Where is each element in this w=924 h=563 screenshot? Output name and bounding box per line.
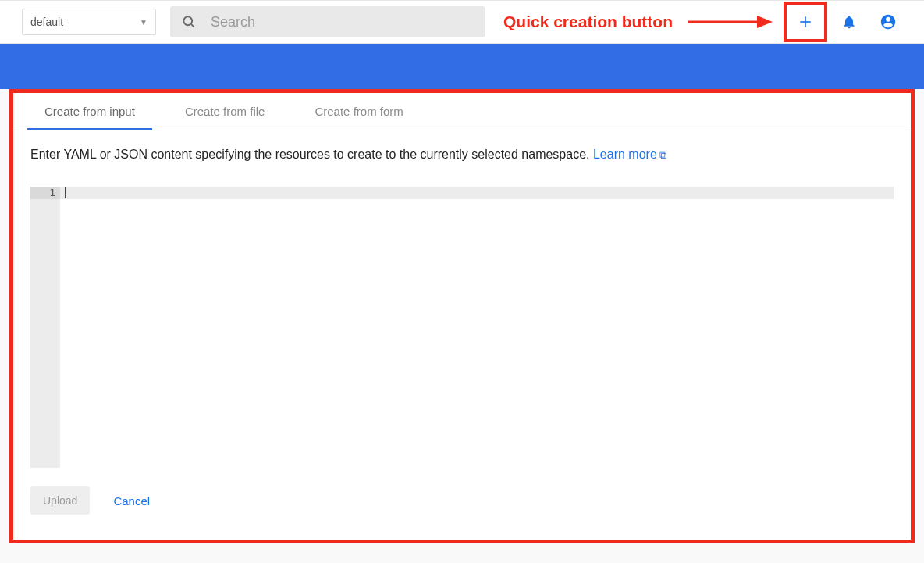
panel-body: Enter YAML or JSON content specifying th… <box>13 130 911 540</box>
annotation-text: Quick creation button <box>503 12 673 31</box>
bell-icon <box>841 14 857 30</box>
learn-more-label: Learn more <box>593 148 657 161</box>
cancel-button[interactable]: Cancel <box>113 494 150 508</box>
editor-cursor <box>65 187 66 198</box>
svg-line-1 <box>191 24 194 27</box>
notifications-button[interactable] <box>832 5 866 39</box>
search-icon <box>181 14 197 30</box>
instruction-main: Enter YAML or JSON content specifying th… <box>30 148 593 161</box>
annotation-arrow-icon <box>687 12 773 32</box>
plus-icon <box>798 14 813 30</box>
create-panel-highlight: Create from input Create from file Creat… <box>9 89 915 543</box>
account-button[interactable] <box>871 5 905 39</box>
tab-label: Create from input <box>44 105 135 118</box>
quick-create-button[interactable] <box>788 5 823 39</box>
tab-label: Create from file <box>185 105 265 118</box>
tab-create-from-form[interactable]: Create from form <box>300 93 417 130</box>
quick-create-highlight <box>784 2 827 42</box>
editor-gutter: 1 <box>30 187 60 468</box>
action-row: Upload Cancel <box>30 468 894 530</box>
instruction-text: Enter YAML or JSON content specifying th… <box>30 146 894 163</box>
external-link-icon: ⧉ <box>659 149 666 161</box>
top-bar: default ▼ Quick creation button <box>0 0 924 44</box>
create-tabs: Create from input Create from file Creat… <box>13 93 911 130</box>
tab-label: Create from form <box>315 105 403 118</box>
chevron-down-icon: ▼ <box>140 18 147 27</box>
create-panel: Create from input Create from file Creat… <box>13 93 911 540</box>
user-icon <box>880 13 897 30</box>
tab-create-from-file[interactable]: Create from file <box>171 93 279 130</box>
svg-marker-3 <box>757 16 773 28</box>
code-editor[interactable]: 1 <box>30 187 894 468</box>
editor-textarea[interactable] <box>60 187 894 468</box>
learn-more-link[interactable]: Learn more⧉ <box>593 148 666 161</box>
tab-create-from-input[interactable]: Create from input <box>30 93 149 130</box>
upload-button[interactable]: Upload <box>30 486 90 515</box>
blue-banner <box>0 44 924 89</box>
search-box[interactable] <box>170 6 485 37</box>
svg-point-0 <box>183 16 192 25</box>
search-input[interactable] <box>211 14 474 30</box>
line-number: 1 <box>30 187 60 199</box>
annotation-label-group: Quick creation button <box>503 12 780 32</box>
namespace-selected-label: default <box>30 16 63 28</box>
namespace-dropdown[interactable]: default ▼ <box>22 9 156 35</box>
